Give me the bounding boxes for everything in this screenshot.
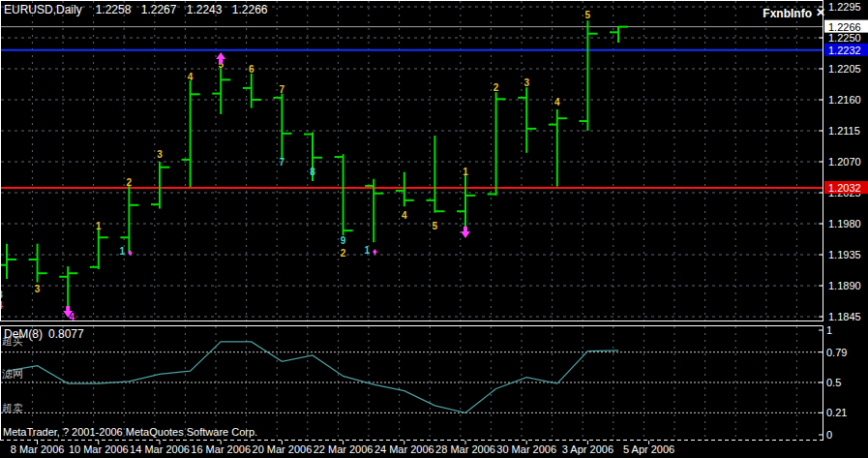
chart-title: EURUSD,Daily1.2258 1.2267 1.2243 1.2266 [4,3,268,16]
down-arrow-icon [461,227,470,238]
wave-count-label: 6 [249,64,254,75]
time-axis-label: 24 Mar 2006 [374,443,434,455]
time-axis-label: 10 Mar 2006 [69,443,129,455]
time-axis-label: 16 Mar 2006 [191,443,251,455]
price-axis-label: 1.2205 [828,63,861,75]
price-axis-label: 1.2295 [828,1,861,13]
wave-count-label: 4 [554,97,560,107]
price-highlight-label: 1.2032 [828,182,861,194]
wave-count-label: 1 [364,245,370,256]
time-axis-label: 14 Mar 2006 [130,443,190,455]
indicator-axis-label: 0.5 [826,377,841,388]
wave-count-label: 7 [280,84,285,95]
wave-count-label: 2 [494,82,499,93]
price-axis-label: 1.2115 [828,125,860,137]
time-axis-label: 8 Mar 2006 [11,443,65,455]
time-axis-label: 28 Mar 2006 [435,443,495,455]
copyright-text: MetaTrader, ? 2001-2006 MetaQuotes Softw… [3,426,257,438]
time-axis-label: 22 Mar 2006 [314,443,374,455]
chart-canvas[interactable]: 1.22951.22501.22051.21601.21151.20701.20… [0,0,868,458]
wave-count-label: 8 [310,167,315,177]
ohlc-values: 1.2258 1.2267 1.2243 1.2266 [96,3,268,16]
indicator-axis-label: 0.79 [826,347,847,358]
price-axis-label: 1.2160 [828,94,861,106]
close-icon[interactable]: ✕ [816,6,825,19]
mt4-chart-window: 1.22951.22501.22051.21601.21151.20701.20… [0,0,868,458]
price-axis-label: 1.1845 [828,311,861,322]
symbol-period-label: EURUSD,Daily [4,3,82,16]
price-highlight-label: 1.2266 [828,21,861,33]
price-highlight-label: 1.2232 [828,45,861,56]
price-axis-label: 1.2070 [828,156,861,168]
indicator-value: 0.8077 [48,327,84,341]
wave-count-label: 1 [463,167,468,177]
price-axis-label: 1.1980 [828,218,861,229]
price-axis-label: 1.1890 [828,280,861,291]
time-axis-label: 5 Apr 2006 [623,443,674,455]
wave-count-label: 3 [35,284,41,294]
wave-count-label: ♦ [373,246,377,257]
wave-count-label: 1 [120,246,126,257]
wave-count-label: 2 [341,248,346,259]
time-axis-label: 20 Mar 2006 [253,443,313,455]
wave-count-label: 1 [96,221,102,231]
overlay-indicator-label: FxnbInfo [763,7,812,20]
wave-count-label: 2 [127,177,133,188]
wave-count-label: ♦ [128,247,133,258]
wave-count-label: 9 [341,235,346,246]
time-axis-label: 30 Mar 2006 [496,443,556,455]
middle-zone-label: 滤网 [2,367,23,382]
wave-count-label: 3 [524,77,529,88]
price-axis-label: 1.1935 [828,249,861,260]
oversold-zone-label: 超卖 [2,401,23,415]
price-axis-label: 1.2250 [828,32,861,44]
wave-count-label: 4 [188,72,194,82]
pane-splitter[interactable] [0,321,823,326]
time-axis-label: 3 Apr 2006 [562,443,614,455]
wave-count-label: 5 [433,221,438,231]
indicator-axis-label: 0.21 [826,407,847,418]
wave-count-label: 4 [402,210,407,221]
indicator-axis-label: 0 [826,429,832,441]
indicator-axis-label: 1 [826,324,832,336]
wave-count-label: 7 [280,157,285,168]
wave-count-label: 3 [157,149,163,160]
wave-count-label: 5 [585,10,591,20]
overbought-zone-label: 超买 [2,334,23,349]
